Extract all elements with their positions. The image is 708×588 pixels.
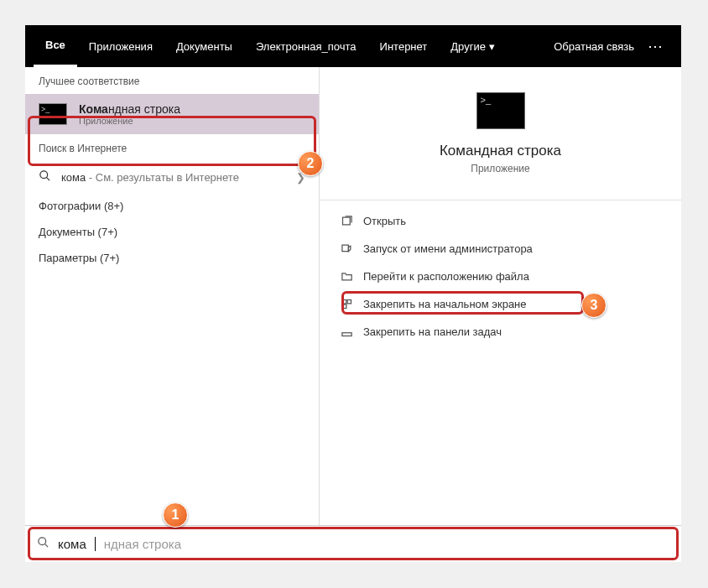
tab-all[interactable]: Все xyxy=(34,25,77,67)
results-panel: Лучшее соответствие Командная строка При… xyxy=(25,67,319,525)
actions-list: Открыть Запуск от имени администратора П… xyxy=(320,200,681,352)
tab-other[interactable]: Другие ▾ xyxy=(439,25,506,67)
result-command-prompt[interactable]: Командная строка Приложение xyxy=(25,94,319,134)
best-match-header: Лучшее соответствие xyxy=(25,67,319,94)
filter-documents[interactable]: Документы (7+) xyxy=(25,219,319,245)
svg-rect-3 xyxy=(341,245,348,252)
command-prompt-icon xyxy=(476,92,525,129)
tab-apps[interactable]: Приложения xyxy=(77,25,164,67)
filter-photos[interactable]: Фотографии (8+) xyxy=(25,193,319,219)
svg-rect-5 xyxy=(347,300,351,304)
folder-icon xyxy=(340,270,353,283)
svg-rect-2 xyxy=(342,217,350,225)
pin-start-icon xyxy=(340,298,353,310)
svg-line-1 xyxy=(46,177,49,180)
tab-documents[interactable]: Документы xyxy=(164,25,244,67)
preview-panel: Командная строка Приложение Открыть Запу… xyxy=(319,67,681,525)
action-open-location[interactable]: Перейти к расположению файла xyxy=(320,263,681,290)
search-window: Все Приложения Документы Электронная_поч… xyxy=(25,25,681,562)
pin-taskbar-icon xyxy=(340,325,353,338)
filter-tabs: Все Приложения Документы Электронная_поч… xyxy=(25,25,681,67)
annotation-badge-1: 1 xyxy=(163,502,188,528)
result-subtitle: Приложение xyxy=(79,116,180,126)
annotation-badge-3: 3 xyxy=(581,293,606,318)
annotation-badge-2: 2 xyxy=(298,151,323,176)
result-title: Командная строка xyxy=(79,102,180,116)
svg-rect-6 xyxy=(342,304,346,308)
svg-rect-7 xyxy=(341,333,351,336)
tab-email[interactable]: Электронная_почта xyxy=(244,25,368,67)
search-bar: командная строка xyxy=(25,525,681,562)
action-pin-taskbar[interactable]: Закрепить на панели задач xyxy=(320,318,681,346)
command-prompt-icon xyxy=(39,103,67,125)
tab-internet[interactable]: Интернет xyxy=(368,25,440,67)
action-pin-start[interactable]: Закрепить на начальном экране xyxy=(320,290,681,318)
filter-settings[interactable]: Параметры (7+) xyxy=(25,245,319,271)
svg-rect-4 xyxy=(342,300,346,304)
web-search-result[interactable]: кома - См. результаты в Интернете ❯ xyxy=(25,161,319,193)
preview-title: Командная строка xyxy=(440,143,561,159)
web-search-header: Поиск в Интернете xyxy=(25,134,319,161)
search-icon xyxy=(39,169,51,185)
feedback-link[interactable]: Обратная связь xyxy=(554,40,634,53)
chevron-down-icon: ▾ xyxy=(489,40,495,53)
svg-point-0 xyxy=(40,171,48,179)
preview-subtitle: Приложение xyxy=(471,163,529,174)
more-icon[interactable]: ⋯ xyxy=(648,37,664,55)
action-run-as-admin[interactable]: Запуск от имени администратора xyxy=(320,235,681,263)
action-open[interactable]: Открыть xyxy=(320,207,681,235)
shield-icon xyxy=(340,242,353,255)
open-icon xyxy=(340,215,353,227)
